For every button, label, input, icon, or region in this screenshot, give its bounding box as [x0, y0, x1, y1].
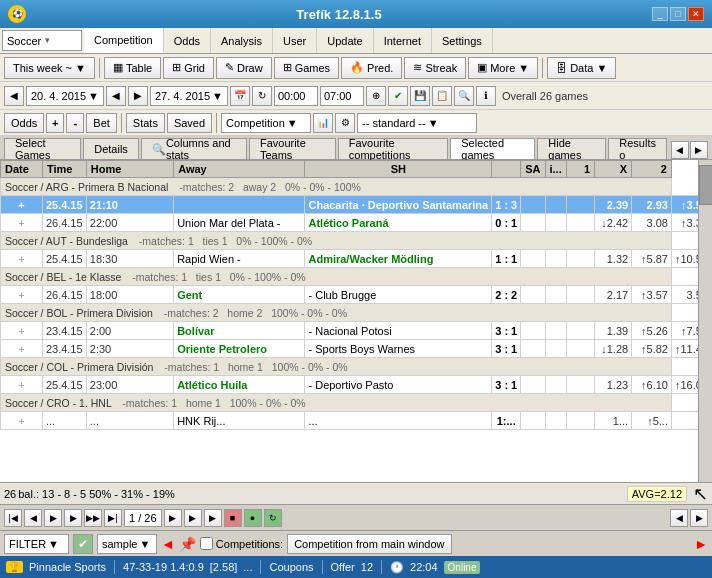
sport-dropdown[interactable]: Soccer ▼ — [2, 30, 82, 51]
scroll-left-button[interactable]: ◀ — [670, 509, 688, 527]
filter-check-button[interactable]: ✔ — [73, 534, 93, 554]
time2-field[interactable]: 07:00 — [320, 86, 364, 106]
comp-from-main-button[interactable]: Competition from main window — [287, 534, 451, 554]
date2-field[interactable]: 27. 4. 2015 ▼ — [150, 86, 228, 106]
filter-dropdown[interactable]: FILTER ▼ — [4, 534, 69, 554]
menu-settings[interactable]: Settings — [432, 28, 493, 53]
competitions-checkbox[interactable] — [200, 537, 213, 550]
menu-odds[interactable]: Odds — [164, 28, 211, 53]
sample-dropdown[interactable]: sample ▼ — [97, 534, 157, 554]
nav-left-button[interactable]: ◀ — [106, 86, 126, 106]
left-arrow-button[interactable]: ◄ — [161, 536, 175, 552]
maximize-button[interactable]: □ — [670, 7, 686, 21]
vertical-scrollbar[interactable] — [698, 160, 712, 482]
separator2 — [542, 58, 543, 78]
table-button[interactable]: ▦ Table — [104, 57, 161, 79]
table-row[interactable]: + 25.4.15 23:00 Atlético Huila - Deporti… — [1, 376, 712, 394]
nav-icon3[interactable]: ▶ — [204, 509, 222, 527]
minus-button[interactable]: - — [66, 113, 84, 133]
this-week-button[interactable]: This week ~ ▼ — [4, 57, 95, 79]
refresh-button[interactable]: ↻ — [252, 86, 272, 106]
nav-prev-button[interactable]: ◀ — [24, 509, 42, 527]
page-info: 1 / 26 — [124, 509, 162, 527]
menu-update[interactable]: Update — [317, 28, 373, 53]
more-button[interactable]: ▣ More ▼ — [468, 57, 538, 79]
info-icon-button[interactable]: ℹ — [476, 86, 496, 106]
copy-icon-button[interactable]: 📋 — [432, 86, 452, 106]
tab-selected-games[interactable]: Selected games — [450, 138, 535, 159]
tab-results-of[interactable]: Results o — [608, 138, 667, 159]
scrollbar-thumb[interactable] — [699, 165, 712, 205]
nav-next-button[interactable]: ▶ — [64, 509, 82, 527]
search-icon-button[interactable]: 🔍 — [454, 86, 474, 106]
menu-analysis[interactable]: Analysis — [211, 28, 273, 53]
right-arrow-button[interactable]: ► — [694, 536, 708, 552]
close-button[interactable]: ✕ — [688, 7, 704, 21]
nav-bar: |◀ ◀ ▶ ▶ ▶▶ ▶| 1 / 26 ▶ ▶ ▶ ■ ● ↻ ◀ ▶ — [0, 504, 712, 530]
pred-button[interactable]: 🔥 Pred. — [341, 57, 402, 79]
saved-button[interactable]: Saved — [167, 113, 212, 133]
comp-settings-button[interactable]: ⚙ — [335, 113, 355, 133]
tab-hide-games[interactable]: Hide games — [537, 138, 606, 159]
time-icon-button[interactable]: ⊕ — [366, 86, 386, 106]
nav-icon2[interactable]: ▶ — [184, 509, 202, 527]
data-button[interactable]: 🗄 Data ▼ — [547, 57, 616, 79]
green-button[interactable]: ● — [244, 509, 262, 527]
nav-first-button[interactable]: |◀ — [4, 509, 22, 527]
refresh-nav-button[interactable]: ↻ — [264, 509, 282, 527]
tab-fav-competitions[interactable]: Favourite competitions — [338, 138, 449, 159]
date1-field[interactable]: 20. 4. 2015 ▼ — [26, 86, 104, 106]
games-button[interactable]: ⊞ Games — [274, 57, 339, 79]
scroll-right-button[interactable]: ▶ — [690, 509, 708, 527]
table-row[interactable]: + 26.4.15 22:00 Union Mar del Plata - At… — [1, 214, 712, 232]
games-icon: ⊞ — [283, 61, 292, 74]
col-o1: 1 — [566, 161, 594, 178]
standard-dropdown[interactable]: -- standard -- ▼ — [357, 113, 477, 133]
logo-icon: ⚽ — [12, 9, 23, 19]
stats-button[interactable]: Stats — [126, 113, 165, 133]
nav-icon1[interactable]: ▶ — [164, 509, 182, 527]
window-controls: _ □ ✕ — [652, 7, 704, 21]
tab-fav-teams[interactable]: Favourite Teams — [249, 138, 336, 159]
odds-button[interactable]: Odds — [4, 113, 44, 133]
table-row[interactable]: + 23.4.15 2:30 Oriente Petrolero - Sport… — [1, 340, 712, 358]
draw-button[interactable]: ✎ Draw — [216, 57, 272, 79]
menu-competition[interactable]: Competition — [84, 28, 164, 53]
table-row[interactable]: + 23.4.15 2:00 Bolívar - Nacional Potosi… — [1, 322, 712, 340]
competition-dropdown[interactable]: Competition ▼ — [221, 113, 311, 133]
table-row[interactable]: + ... ... HNK Rij... ... 1:... 1... ↑5..… — [1, 412, 712, 430]
grid-button[interactable]: ⊞ Grid — [163, 57, 214, 79]
filter-bar: FILTER ▼ ✔ sample ▼ ◄ 📌 Competitions: Co… — [0, 530, 712, 556]
plus-button[interactable]: + — [46, 113, 64, 133]
tab-select-games[interactable]: Select Games — [4, 138, 81, 159]
bet-button[interactable]: Bet — [86, 113, 117, 133]
prev-date-button[interactable]: ◀ — [4, 86, 24, 106]
save-icon-button[interactable]: 💾 — [410, 86, 430, 106]
nav-prev10-button[interactable]: ▶ — [44, 509, 62, 527]
menu-user[interactable]: User — [273, 28, 317, 53]
comp-chart-button[interactable]: 📊 — [313, 113, 333, 133]
tab-scroll-right[interactable]: ▶ — [690, 141, 708, 159]
nav-last-button[interactable]: ▶| — [104, 509, 122, 527]
table-row[interactable]: + 25.4.15 18:30 Rapid Wien - Admira/Wack… — [1, 250, 712, 268]
tab-scroll-left[interactable]: ◀ — [671, 141, 689, 159]
table-row[interactable]: + 26.4.15 18:00 Gent - Club Brugge 2 : 2… — [1, 286, 712, 304]
tab-columns-stats[interactable]: 🔍 Columns and stats — [141, 138, 247, 159]
time2-value: 07:00 — [324, 90, 352, 102]
col-o2: 2 — [632, 161, 672, 178]
standard-value: -- standard -- — [362, 117, 426, 129]
streak-button[interactable]: ≋ Streak — [404, 57, 466, 79]
col-date: Date — [1, 161, 43, 178]
table-row[interactable]: + 25.4.15 21:10 Chacarita · Deportivo Sa… — [1, 196, 712, 214]
check-icon-button[interactable]: ✔ — [388, 86, 408, 106]
tab-details[interactable]: Details — [83, 138, 139, 159]
stop-button[interactable]: ■ — [224, 509, 242, 527]
time1-field[interactable]: 00:00 — [274, 86, 318, 106]
menu-internet[interactable]: Internet — [374, 28, 432, 53]
nav-next10-button[interactable]: ▶▶ — [84, 509, 102, 527]
col-i: i... — [545, 161, 566, 178]
group-row: Soccer / AUT - Bundesliga -matches: 1 ti… — [1, 232, 712, 250]
minimize-button[interactable]: _ — [652, 7, 668, 21]
nav-right-button[interactable]: ▶ — [128, 86, 148, 106]
calendar-icon-button[interactable]: 📅 — [230, 86, 250, 106]
